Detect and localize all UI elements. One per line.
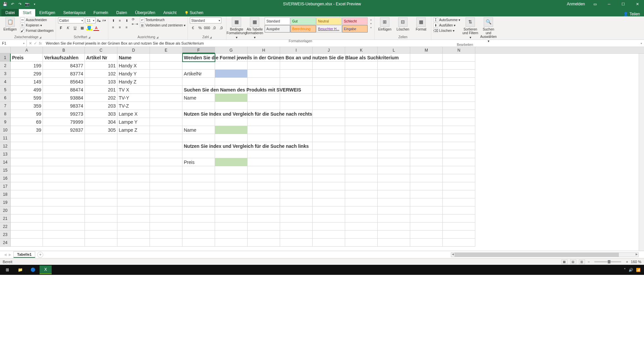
col-header-G[interactable]: G (215, 47, 248, 53)
cell-F10[interactable]: Name (182, 126, 215, 134)
cell-B2[interactable]: 84377 (43, 62, 85, 70)
cell-A1[interactable]: Preis (11, 54, 43, 62)
cell-F13[interactable] (182, 150, 215, 158)
cell-M11[interactable] (410, 134, 443, 142)
row-header[interactable]: 3 (0, 70, 11, 78)
cell-H6[interactable] (248, 94, 280, 102)
sign-in-link[interactable]: Anmelden (567, 2, 585, 6)
cell-D6[interactable]: TV-Y (117, 94, 150, 102)
cell-K9[interactable] (345, 118, 378, 126)
zoom-in-icon[interactable]: + (626, 260, 628, 264)
cell-E16[interactable] (150, 174, 182, 182)
cell-D16[interactable] (117, 174, 150, 182)
cell-L9[interactable] (378, 118, 410, 126)
cell-D1[interactable]: Name (117, 54, 150, 62)
cell-B22[interactable] (43, 223, 85, 231)
col-header-F[interactable]: F (182, 47, 215, 53)
cell-L16[interactable] (378, 174, 410, 182)
cell-F21[interactable] (182, 215, 215, 223)
tab-datei[interactable]: Datei (1, 9, 19, 16)
cell-J17[interactable] (313, 182, 345, 190)
cell-M22[interactable] (410, 223, 443, 231)
cell-A21[interactable] (11, 215, 43, 223)
cell-B9[interactable]: 79999 (43, 118, 85, 126)
cell-J14[interactable] (313, 158, 345, 166)
row-header[interactable]: 18 (0, 190, 11, 198)
cell-E21[interactable] (150, 215, 182, 223)
cell-M9[interactable] (410, 118, 443, 126)
cell-C11[interactable] (85, 134, 117, 142)
cell-N13[interactable] (443, 150, 475, 158)
cell-I20[interactable] (280, 206, 313, 215)
cell-C3[interactable]: 102 (85, 70, 117, 78)
cell-I22[interactable] (280, 223, 313, 231)
cell-H4[interactable] (248, 78, 280, 86)
indent-dec-icon[interactable]: ⇤ (132, 22, 135, 26)
cell-J4[interactable] (313, 78, 345, 86)
style-schlecht[interactable]: Schlecht (342, 17, 368, 25)
cell-B11[interactable] (43, 134, 85, 142)
insert-cells-button[interactable]: ⊞Einfügen (377, 17, 393, 31)
cell-I6[interactable] (280, 94, 313, 102)
cell-M23[interactable] (410, 231, 443, 239)
cell-L4[interactable] (378, 78, 410, 86)
cell-F1[interactable]: Wenden Sie die Formel jeweils in der Grü… (182, 54, 215, 62)
file-explorer-icon[interactable]: 📁 (14, 265, 26, 274)
tab-einfuegen[interactable]: Einfügen (35, 9, 59, 16)
ribbon-options-icon[interactable]: ▭ (591, 2, 599, 6)
cell-G21[interactable] (215, 215, 248, 223)
save-icon[interactable]: 💾 (3, 2, 7, 6)
decrease-font-icon[interactable]: A▾ (102, 19, 106, 22)
cell-J5[interactable] (313, 86, 345, 94)
cell-E15[interactable] (150, 166, 182, 174)
cell-K13[interactable] (345, 150, 378, 158)
cell-I2[interactable] (280, 62, 313, 70)
find-select-button[interactable]: 🔍Suchen und Auswählen ▾ (480, 17, 496, 43)
cell-E3[interactable] (150, 70, 182, 78)
name-box[interactable]: F1▾ (0, 40, 27, 47)
cell-D23[interactable] (117, 231, 150, 239)
align-right-icon[interactable]: ≡ (124, 24, 130, 30)
cell-A9[interactable]: 69 (11, 118, 43, 126)
cell-E7[interactable] (150, 102, 182, 110)
italic-button[interactable]: K (65, 25, 71, 31)
cell-C14[interactable] (85, 158, 117, 166)
cell-I3[interactable] (280, 70, 313, 78)
cell-I14[interactable] (280, 158, 313, 166)
cell-L19[interactable] (378, 198, 410, 206)
cell-C15[interactable] (85, 166, 117, 174)
cell-C19[interactable] (85, 198, 117, 206)
cell-E14[interactable] (150, 158, 182, 166)
tab-daten[interactable]: Daten (112, 9, 131, 16)
cell-H23[interactable] (248, 231, 280, 239)
cell-F16[interactable] (182, 174, 215, 182)
cell-J7[interactable] (313, 102, 345, 110)
view-page-icon[interactable]: ▤ (570, 259, 576, 264)
cell-J8[interactable] (313, 110, 345, 118)
cell-E4[interactable] (150, 78, 182, 86)
thousands-icon[interactable]: 000 (204, 25, 210, 31)
cell-C5[interactable]: 201 (85, 86, 117, 94)
cell-C1[interactable]: Artikel Nr (85, 54, 117, 62)
cell-L15[interactable] (378, 166, 410, 174)
cell-G24[interactable] (215, 239, 248, 247)
font-size-select[interactable]: 11▾ (86, 17, 96, 23)
tab-ueberpruefen[interactable]: Überprüfen (131, 9, 159, 16)
tab-ansicht[interactable]: Ansicht (159, 9, 180, 16)
cell-L5[interactable] (378, 86, 410, 94)
edge-icon[interactable]: 🔵 (27, 265, 39, 274)
cell-I13[interactable] (280, 150, 313, 158)
cell-H11[interactable] (248, 134, 280, 142)
cell-D10[interactable]: Lampe Z (117, 126, 150, 134)
cell-G7[interactable] (215, 102, 248, 110)
row-header[interactable]: 4 (0, 78, 11, 86)
cell-M19[interactable] (410, 198, 443, 206)
sheet-nav-next-icon[interactable]: ▶ (9, 253, 11, 256)
cell-G9[interactable] (215, 118, 248, 126)
format-cells-button[interactable]: ▦Format (413, 17, 429, 31)
cell-N5[interactable] (443, 86, 475, 94)
dialog-launcher-icon[interactable]: ◢ (39, 36, 41, 39)
select-all-button[interactable] (0, 47, 11, 53)
cell-A20[interactable] (11, 206, 43, 215)
cell-E6[interactable] (150, 94, 182, 102)
